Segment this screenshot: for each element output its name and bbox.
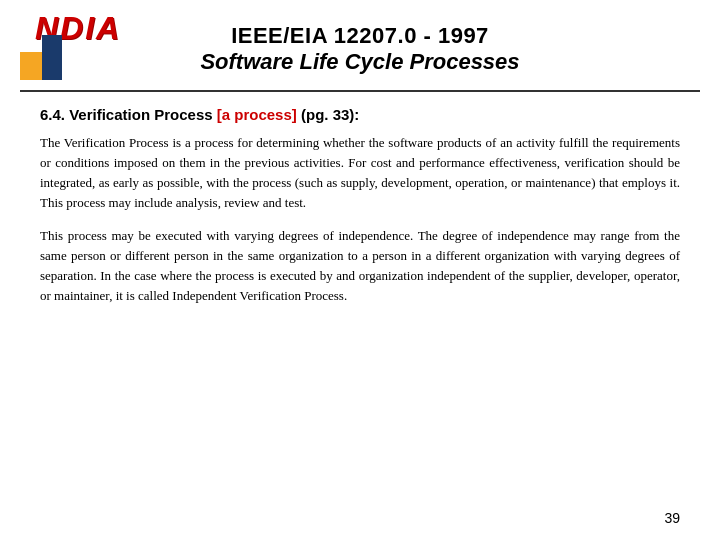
section-heading-tag: [a process]: [217, 106, 297, 123]
title-line1: IEEE/EIA 12207.0 - 1997: [200, 23, 519, 49]
logo-area: NDIA: [20, 10, 100, 80]
section-heading: 6.4. Verification Process [a process] (p…: [40, 106, 680, 123]
title-line2: Software Life Cycle Processes: [200, 49, 519, 75]
page-number: 39: [664, 510, 680, 526]
section-heading-page: (pg. 33):: [301, 106, 359, 123]
main-content: 6.4. Verification Process [a process] (p…: [0, 92, 720, 328]
logo-square-blue: [42, 35, 62, 80]
header: NDIA IEEE/EIA 12207.0 - 1997 Software Li…: [0, 0, 720, 90]
section-heading-main: 6.4. Verification Process: [40, 106, 213, 123]
title-block: IEEE/EIA 12207.0 - 1997 Software Life Cy…: [200, 23, 519, 75]
paragraph-2: This process may be executed with varyin…: [40, 226, 680, 307]
paragraph-1: The Verification Process is a process fo…: [40, 133, 680, 214]
